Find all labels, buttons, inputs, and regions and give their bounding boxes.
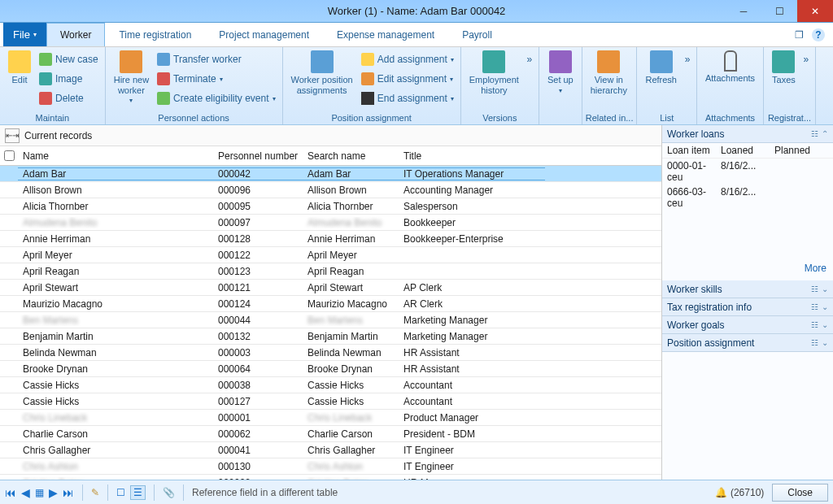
overflow-registration[interactable]: » bbox=[800, 49, 812, 65]
col-personnel-number[interactable]: Personnel number bbox=[213, 150, 303, 162]
check-icon bbox=[157, 92, 170, 105]
overflow-list[interactable]: » bbox=[682, 49, 693, 65]
cell-personnel-number: 000128 bbox=[213, 233, 303, 245]
chevron-down-icon: ▾ bbox=[273, 95, 276, 102]
table-row[interactable]: Cassie Hicks000038Cassie HicksAccountant bbox=[0, 377, 661, 393]
attach-button[interactable]: 📎 bbox=[163, 487, 175, 498]
ribbon-group-related: View in hierarchy Related in... bbox=[582, 47, 638, 124]
col-title[interactable]: Title bbox=[399, 150, 545, 162]
cell-title: Marketing Manager bbox=[399, 315, 545, 326]
close-button[interactable]: Close bbox=[772, 484, 828, 502]
col-name[interactable]: Name bbox=[18, 150, 213, 162]
attachments-button[interactable]: Attachments bbox=[700, 49, 760, 85]
cell-search-name: April Reagan bbox=[303, 266, 399, 277]
tab-time-registration[interactable]: Time registration bbox=[105, 23, 205, 46]
loan-row[interactable]: 0000-01-ceu8/16/2... bbox=[662, 159, 833, 185]
cell-search-name: Adam Bar bbox=[303, 167, 399, 180]
cell-personnel-number: 000122 bbox=[213, 250, 303, 261]
delete-button[interactable]: Delete bbox=[39, 89, 98, 107]
section-position-assignment[interactable]: Position assignment☷⌄ bbox=[662, 334, 833, 352]
group-label-attachments: Attachments bbox=[700, 111, 760, 124]
image-button[interactable]: Image bbox=[39, 70, 98, 88]
ribbon: Edit New case Image Delete Maintain Hire… bbox=[0, 47, 833, 125]
table-row[interactable]: Adam Bar000042Adam BarIT Operations Mana… bbox=[0, 166, 661, 182]
tab-project-management[interactable]: Project management bbox=[205, 23, 323, 46]
select-all-checkbox[interactable] bbox=[4, 150, 15, 161]
employment-history-button[interactable]: Employment history bbox=[464, 49, 524, 97]
window-close-button[interactable]: ✕ bbox=[797, 0, 833, 22]
windows-icon[interactable]: ❐ bbox=[792, 28, 805, 41]
table-row[interactable]: April Stewart000121April StewartAP Clerk bbox=[0, 280, 661, 296]
table-row[interactable]: Chris Gallagher000041Chris GallagherIT E… bbox=[0, 442, 661, 458]
taxes-button[interactable]: Taxes bbox=[767, 49, 800, 87]
next-record-button[interactable]: ▶ bbox=[49, 486, 58, 499]
section-worker-goals[interactable]: Worker goals☷⌄ bbox=[662, 316, 833, 334]
ribbon-group-maintain: Edit New case Image Delete Maintain bbox=[0, 47, 106, 124]
end-assignment-button[interactable]: End assignment▾ bbox=[361, 89, 454, 107]
loans-more[interactable]: More bbox=[662, 259, 833, 277]
panel-icon: ☷ bbox=[808, 338, 818, 347]
cell-search-name: Cassie Hicks bbox=[303, 380, 399, 391]
table-row[interactable]: April Reagan000123April Reagan bbox=[0, 263, 661, 280]
alerts-indicator[interactable]: 🔔 (26710) bbox=[715, 487, 764, 498]
table-row[interactable]: Chris Ashton000130Chris AshtonIT Enginee… bbox=[0, 458, 661, 475]
table-row[interactable]: Benjamin Martin000132Benjamin MartinMark… bbox=[0, 328, 661, 345]
view-list-button[interactable]: ☰ bbox=[130, 485, 146, 500]
file-menu[interactable]: File ▾ bbox=[3, 23, 46, 46]
last-record-button[interactable]: ⏭ bbox=[63, 486, 74, 499]
hire-worker-button[interactable]: Hire new worker ▾ bbox=[109, 49, 154, 106]
terminate-button[interactable]: Terminate▾ bbox=[157, 70, 275, 88]
cell-personnel-number: 000001 bbox=[213, 412, 303, 424]
table-row[interactable]: Alicia Thornber000095Alicia ThornberSale… bbox=[0, 198, 661, 215]
table-row[interactable]: Brooke Drynan000064Brooke DrynanHR Assis… bbox=[0, 361, 661, 377]
section-tax-registration[interactable]: Tax registration info☷⌄ bbox=[662, 298, 833, 316]
table-row[interactable]: Annie Herriman000128Annie HerrimanBookke… bbox=[0, 231, 661, 247]
grid-view-button[interactable]: ▦ bbox=[35, 487, 44, 498]
panel-icon: ☷ bbox=[808, 129, 818, 138]
minimize-button[interactable]: ─ bbox=[726, 0, 761, 22]
view-hierarchy-button[interactable]: View in hierarchy bbox=[586, 49, 632, 97]
table-row[interactable]: Ben Martens000044Ben MartensMarketing Ma… bbox=[0, 312, 661, 328]
cell-name: Almudena Benito bbox=[18, 217, 213, 228]
tab-expense-management[interactable]: Expense management bbox=[323, 23, 448, 46]
first-record-button[interactable]: ⏮ bbox=[5, 486, 16, 499]
worker-position-assignments-button[interactable]: Worker position assignments bbox=[286, 49, 358, 97]
add-assignment-button[interactable]: Add assignment▾ bbox=[361, 50, 454, 68]
new-case-button[interactable]: New case bbox=[39, 50, 98, 68]
section-worker-loans[interactable]: Worker loans ☷ ⌃ bbox=[662, 125, 833, 143]
table-row[interactable]: Chris Lineback000001Chris LinebackProduc… bbox=[0, 410, 661, 426]
section-worker-skills[interactable]: Worker skills☷⌄ bbox=[662, 280, 833, 298]
setup-button[interactable]: Set up ▾ bbox=[543, 49, 578, 96]
grid-body[interactable]: Adam Bar000042Adam BarIT Operations Mana… bbox=[0, 166, 661, 480]
tab-worker[interactable]: Worker bbox=[46, 23, 105, 46]
edit-assignment-button[interactable]: Edit assignment▾ bbox=[361, 70, 454, 88]
col-search-name[interactable]: Search name bbox=[303, 150, 399, 162]
table-row[interactable]: Almudena Benito000097Almudena BenitoBook… bbox=[0, 215, 661, 231]
table-row[interactable]: Belinda Newman000003Belinda NewmanHR Ass… bbox=[0, 345, 661, 361]
refresh-button[interactable]: Refresh bbox=[640, 49, 682, 87]
cell-personnel-number: 000124 bbox=[213, 298, 303, 310]
table-row[interactable]: Allison Brown000096Allison BrownAccounti… bbox=[0, 182, 661, 198]
help-icon[interactable]: ? bbox=[812, 28, 825, 41]
table-row[interactable]: April Meyer000122April Meyer bbox=[0, 247, 661, 263]
maximize-button[interactable]: ☐ bbox=[761, 0, 797, 22]
table-row[interactable]: Maurizio Macagno000124Maurizio MacagnoAR… bbox=[0, 296, 661, 312]
table-row[interactable]: Charlie Carson000062Charlie CarsonPresid… bbox=[0, 426, 661, 442]
table-row[interactable]: Cristina Bates000022Cristina BatesHR Man… bbox=[0, 475, 661, 480]
edit-record-button[interactable]: ✎ bbox=[91, 487, 99, 498]
prev-record-button[interactable]: ◀ bbox=[21, 486, 30, 499]
transfer-worker-button[interactable]: Transfer worker bbox=[157, 50, 275, 68]
tab-payroll[interactable]: Payroll bbox=[448, 23, 506, 46]
cell-personnel-number: 000123 bbox=[213, 266, 303, 277]
view-detail-button[interactable]: ☐ bbox=[116, 487, 125, 498]
edit-button[interactable]: Edit bbox=[3, 49, 36, 87]
cell-title: Bookkeeper-Enterprise bbox=[399, 233, 545, 245]
loan-row[interactable]: 0666-03-ceu8/16/2... bbox=[662, 185, 833, 211]
cell-search-name: Allison Brown bbox=[303, 185, 399, 196]
history-icon bbox=[482, 50, 505, 73]
table-row[interactable]: Cassie Hicks000127Cassie HicksAccountant bbox=[0, 393, 661, 410]
expand-records-icon[interactable]: ⇤⇥ bbox=[5, 128, 20, 143]
pencil-icon bbox=[361, 72, 374, 85]
create-eligibility-button[interactable]: Create eligibility event▾ bbox=[157, 89, 275, 107]
overflow-versions[interactable]: » bbox=[524, 49, 535, 65]
